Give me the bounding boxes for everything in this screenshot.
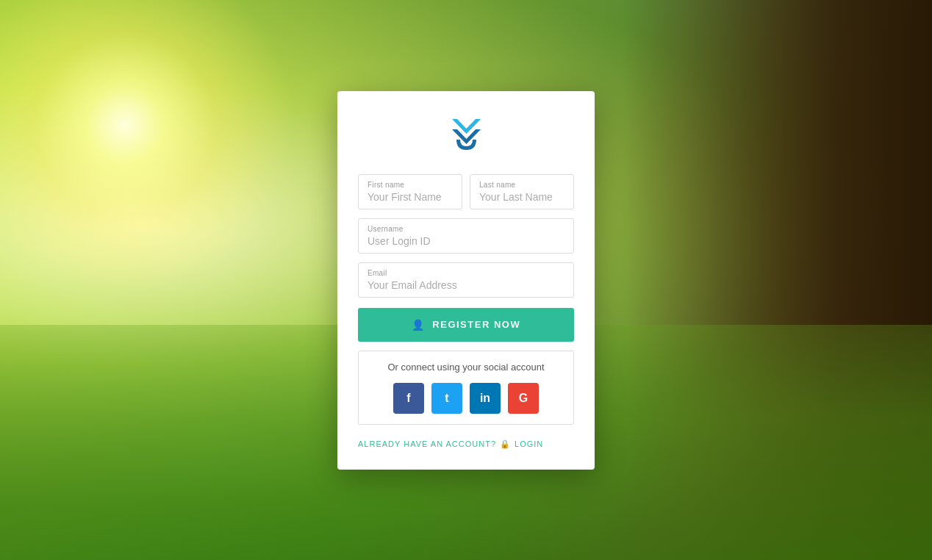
register-button[interactable]: 👤 REGISTER NOW (358, 308, 574, 342)
social-buttons-row: f t in G (393, 383, 539, 414)
name-row: First name Last name (358, 174, 574, 209)
last-name-label: Last name (479, 181, 564, 189)
social-label: Or connect using your social account (387, 362, 544, 373)
lock-icon: 🔒 (500, 439, 511, 449)
email-label: Email (368, 269, 564, 277)
logo-icon (446, 113, 487, 154)
registration-card: First name Last name Username Email (337, 91, 595, 470)
registration-form: First name Last name Username Email (358, 174, 574, 449)
email-input[interactable] (368, 279, 564, 291)
first-name-input[interactable] (368, 191, 453, 203)
username-input[interactable] (368, 235, 564, 247)
last-name-input[interactable] (479, 191, 564, 203)
facebook-button[interactable]: f (393, 383, 424, 414)
first-name-label: First name (368, 181, 453, 189)
login-link[interactable]: ALREADY HAVE AN ACCOUNT? 🔒 LOGIN (358, 439, 574, 449)
register-icon: 👤 (412, 319, 426, 331)
twitter-button[interactable]: t (431, 383, 462, 414)
username-group: Username (358, 218, 574, 254)
google-button[interactable]: G (508, 383, 539, 414)
email-group: Email (358, 262, 574, 298)
username-label: Username (368, 225, 564, 233)
register-button-label: REGISTER NOW (432, 319, 520, 330)
logo-container (446, 113, 487, 154)
page-center: First name Last name Username Email (0, 0, 932, 560)
last-name-group: Last name (470, 174, 574, 209)
already-account-text: ALREADY HAVE AN ACCOUNT? (358, 439, 496, 448)
social-section: Or connect using your social account f t… (358, 351, 574, 425)
login-action-text: LOGIN (515, 439, 543, 448)
linkedin-button[interactable]: in (470, 383, 501, 414)
first-name-group: First name (358, 174, 462, 209)
